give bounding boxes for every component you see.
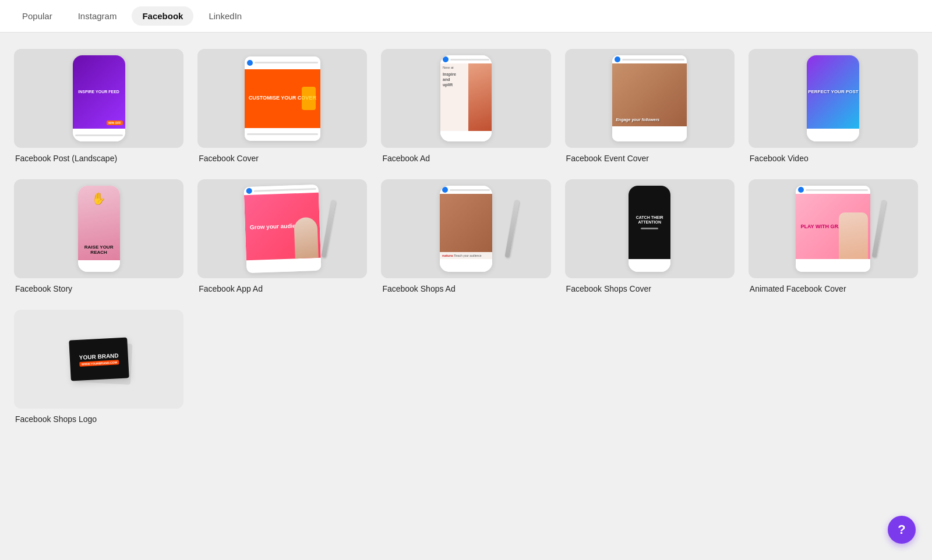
story-phone-mockup: ✋ RAISE YOUR REACH	[78, 186, 120, 272]
screen-inspire: INSPIRE YOUR FEED 60% OFF	[73, 55, 125, 129]
thumbnail-facebook-shops-logo: YOUR BRAND WWW.YOURBRAND.COM	[14, 310, 183, 409]
card-facebook-shops-cover[interactable]: CATCH THEIR ATTENTION Facebook Shops Cov…	[565, 179, 735, 293]
app-ad-tablet-mockup: Grow your audience	[243, 185, 321, 273]
thumbnail-facebook-post-landscape: INSPIRE YOUR FEED 60% OFF	[14, 49, 183, 148]
anim-cover-wrapper: PLAY WITH GRAPHICS	[795, 186, 871, 272]
fb-icon	[247, 60, 253, 66]
tablet-mockup: CUSTOMISE YOUR COVER	[245, 56, 320, 141]
inspire-badge: 60% OFF	[107, 120, 122, 125]
stylus-icon	[321, 200, 336, 258]
event-bottom	[612, 126, 687, 141]
shops-cover-screen: CATCH THEIR ATTENTION	[629, 186, 670, 259]
card-label-facebook-shops-logo: Facebook Shops Logo	[14, 414, 183, 424]
cover-strip	[245, 56, 320, 69]
app-ad-content: Grow your audience	[244, 193, 321, 260]
phone-bottom	[73, 129, 125, 141]
app-ad-bottom	[246, 258, 322, 273]
shops-cover-bottom	[629, 259, 670, 272]
shops-cover-bar	[641, 228, 658, 229]
card-label-facebook-app-ad: Facebook App Ad	[197, 284, 367, 293]
cover-orange-bg: CUSTOMISE YOUR COVER	[245, 69, 320, 128]
shops-ad-image: natura Reach your audience	[440, 194, 492, 259]
phone-mockup: INSPIRE YOUR FEED 60% OFF	[73, 55, 125, 141]
ad-header-bar	[450, 59, 489, 61]
story-bottom	[78, 260, 120, 272]
shops-ad-phone-mockup: natura Reach your audience	[440, 186, 492, 272]
story-screen: ✋ RAISE YOUR REACH	[78, 186, 120, 260]
story-hand-icon: ✋	[91, 192, 106, 205]
shops-ad-header-bar	[450, 189, 490, 191]
perfect-post-text: PERFECT YOUR POST	[808, 90, 859, 95]
cover-bottom-strip	[245, 128, 320, 141]
card-label-facebook-video: Facebook Video	[749, 154, 918, 163]
logo-brand-sub: WWW.YOURBRAND.COM	[79, 360, 119, 367]
ad-header	[440, 55, 492, 63]
shops-cover-phone-mockup: CATCH THEIR ATTENTION	[629, 186, 670, 272]
video-screen: PERFECT YOUR POST	[807, 55, 859, 129]
card-facebook-event-cover[interactable]: Engage your followers Facebook Event Cov…	[565, 49, 735, 163]
tab-popular[interactable]: Popular	[12, 6, 63, 26]
app-ad-wrapper: Grow your audience	[245, 186, 320, 272]
card-label-facebook-event-cover: Facebook Event Cover	[565, 154, 735, 163]
card-facebook-post-landscape[interactable]: INSPIRE YOUR FEED 60% OFF Facebook Post …	[14, 49, 183, 163]
thumbnail-facebook-app-ad: Grow your audience	[197, 179, 367, 278]
phone-bottom-bar	[75, 134, 123, 136]
card-facebook-app-ad[interactable]: Grow your audience Facebook App Ad	[197, 179, 367, 293]
stylus-icon-shops	[504, 200, 519, 258]
ad-inspire-text: New at	[443, 66, 454, 70]
fb-icon-shops-ad	[442, 187, 448, 193]
card-label-facebook-story: Facebook Story	[14, 284, 183, 293]
anim-cover-person-silhouette	[839, 212, 868, 259]
anim-cover-tablet-mockup: PLAY WITH GRAPHICS	[796, 186, 870, 272]
thumbnail-facebook-shops-cover: CATCH THEIR ATTENTION	[565, 179, 735, 278]
natura-text: natura	[442, 254, 453, 257]
thumbnail-facebook-ad: New at Inspireanduplift	[381, 49, 550, 148]
card-facebook-ad[interactable]: New at Inspireanduplift Facebook Ad	[381, 49, 550, 163]
reach-audience-text: Reach your audience	[454, 254, 481, 257]
thumbnail-facebook-event-cover: Engage your followers	[565, 49, 735, 148]
your-brand-text: YOUR BRAND	[79, 352, 118, 361]
inspire-feed-text: INSPIRE YOUR FEED	[78, 90, 119, 94]
stylus-icon-anim	[872, 200, 887, 258]
fb-icon-ad	[443, 56, 449, 62]
card-facebook-video[interactable]: PERFECT YOUR POST Facebook Video	[749, 49, 918, 163]
template-grid: INSPIRE YOUR FEED 60% OFF Facebook Post …	[14, 49, 918, 424]
anim-cover-bottom	[796, 259, 870, 272]
thumbnail-facebook-video: PERFECT YOUR POST	[749, 49, 918, 148]
card-facebook-cover[interactable]: CUSTOMISE YOUR COVER Facebook Cover	[197, 49, 367, 163]
phone-ad-mockup: New at Inspireanduplift	[440, 55, 492, 141]
shops-ad-wrapper: natura Reach your audience	[428, 186, 504, 272]
thumbnail-facebook-story: ✋ RAISE YOUR REACH	[14, 179, 183, 278]
tab-bar: Popular Instagram Facebook LinkedIn	[0, 0, 932, 33]
card-label-animated-facebook-cover: Animated Facebook Cover	[749, 284, 918, 293]
logo-card: YOUR BRAND WWW.YOURBRAND.COM	[69, 337, 129, 381]
tab-instagram[interactable]: Instagram	[68, 6, 128, 26]
card-label-facebook-shops-ad: Facebook Shops Ad	[381, 284, 550, 293]
thumbnail-facebook-shops-ad: natura Reach your audience	[381, 179, 550, 278]
logo-card-wrap: YOUR BRAND WWW.YOURBRAND.COM	[61, 316, 137, 402]
video-phone-mockup: PERFECT YOUR POST	[807, 55, 859, 141]
anim-cover-header	[796, 186, 870, 194]
event-image: Engage your followers	[612, 63, 687, 126]
raise-reach-text: RAISE YOUR REACH	[78, 245, 120, 256]
fb-icon-app-ad	[246, 188, 252, 194]
card-label-facebook-post-landscape: Facebook Post (Landscape)	[14, 154, 183, 163]
help-button[interactable]: ?	[888, 516, 916, 544]
cover-decoration	[302, 87, 316, 110]
event-mockup: Engage your followers	[612, 55, 687, 141]
video-bottom	[807, 129, 859, 141]
shops-ad-overlay: natura Reach your audience	[440, 252, 492, 259]
card-facebook-shops-logo[interactable]: YOUR BRAND WWW.YOURBRAND.COM Facebook Sh…	[14, 310, 183, 424]
grid-area: INSPIRE YOUR FEED 60% OFF Facebook Post …	[0, 33, 932, 440]
card-facebook-story[interactable]: ✋ RAISE YOUR REACH Facebook Story	[14, 179, 183, 293]
ad-bottom	[440, 131, 492, 141]
ad-inspire-uplift-text: Inspireanduplift	[443, 72, 456, 87]
tab-linkedin[interactable]: LinkedIn	[198, 6, 252, 26]
card-animated-facebook-cover[interactable]: PLAY WITH GRAPHICS Animated Facebook Cov…	[749, 179, 918, 293]
card-facebook-shops-ad[interactable]: natura Reach your audience Facebook Shop…	[381, 179, 550, 293]
shops-ad-bottom	[440, 259, 492, 272]
thumbnail-facebook-cover: CUSTOMISE YOUR COVER	[197, 49, 367, 148]
tab-facebook[interactable]: Facebook	[132, 6, 193, 26]
engage-followers-text: Engage your followers	[616, 118, 659, 122]
anim-cover-content: PLAY WITH GRAPHICS	[796, 194, 870, 259]
